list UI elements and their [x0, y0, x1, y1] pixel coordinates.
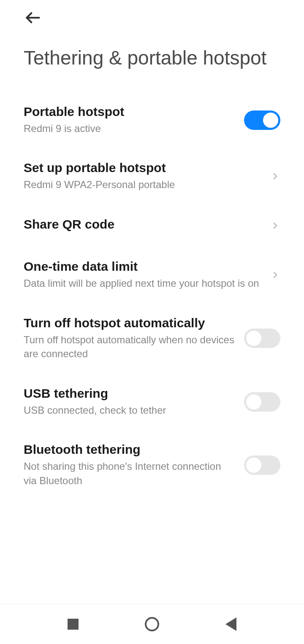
bluetooth-tethering-toggle[interactable]	[244, 455, 280, 475]
page-title: Tethering & portable hotspot	[0, 29, 304, 92]
setting-subtitle: Not sharing this phone's Internet connec…	[24, 459, 236, 488]
portable-hotspot-item[interactable]: Portable hotspot Redmi 9 is active	[24, 92, 280, 148]
setting-text: Portable hotspot Redmi 9 is active	[24, 105, 244, 136]
setting-title: One-time data limit	[24, 259, 262, 274]
home-button[interactable]	[144, 616, 160, 633]
chevron-right-icon	[270, 171, 280, 181]
back-arrow-icon	[24, 8, 42, 27]
square-icon	[68, 619, 79, 630]
setting-text: USB tethering USB connected, check to te…	[24, 386, 244, 418]
setting-text: Bluetooth tethering Not sharing this pho…	[24, 442, 244, 488]
setting-title: Share QR code	[24, 217, 262, 232]
setting-subtitle: USB connected, check to tether	[24, 403, 236, 418]
toggle-knob	[246, 458, 261, 473]
setting-text: Share QR code	[24, 217, 270, 234]
setting-subtitle: Turn off hotspot automatically when no d…	[24, 333, 236, 361]
auto-off-item[interactable]: Turn off hotspot automatically Turn off …	[24, 303, 280, 374]
toggle-knob	[263, 113, 278, 128]
circle-icon	[145, 617, 159, 631]
setting-subtitle: Data limit will be applied next time you…	[24, 276, 262, 291]
setting-title: USB tethering	[24, 386, 236, 401]
chevron-right-icon	[270, 221, 280, 231]
usb-tethering-item[interactable]: USB tethering USB connected, check to te…	[24, 374, 280, 430]
navigation-bar	[0, 604, 304, 644]
settings-list: Portable hotspot Redmi 9 is active Set u…	[0, 92, 304, 501]
setting-title: Turn off hotspot automatically	[24, 316, 236, 330]
triangle-icon	[225, 617, 236, 631]
usb-tethering-toggle[interactable]	[244, 392, 280, 412]
setting-title: Portable hotspot	[24, 105, 236, 119]
toggle-knob	[246, 394, 261, 410]
setting-title: Bluetooth tethering	[24, 442, 236, 457]
bluetooth-tethering-item[interactable]: Bluetooth tethering Not sharing this pho…	[24, 430, 280, 500]
setting-title: Set up portable hotspot	[24, 161, 262, 175]
share-qr-item[interactable]: Share QR code	[24, 205, 280, 247]
back-nav-button[interactable]	[223, 616, 239, 633]
auto-off-toggle[interactable]	[244, 329, 280, 348]
setting-subtitle: Redmi 9 WPA2-Personal portable	[24, 178, 262, 192]
setting-text: Set up portable hotspot Redmi 9 WPA2-Per…	[24, 161, 270, 192]
recent-apps-button[interactable]	[65, 616, 81, 633]
setting-text: Turn off hotspot automatically Turn off …	[24, 316, 244, 361]
chevron-right-icon	[270, 270, 280, 280]
data-limit-item[interactable]: One-time data limit Data limit will be a…	[24, 247, 280, 303]
setup-hotspot-item[interactable]: Set up portable hotspot Redmi 9 WPA2-Per…	[24, 148, 280, 205]
setting-text: One-time data limit Data limit will be a…	[24, 259, 270, 291]
toggle-knob	[246, 331, 261, 346]
setting-subtitle: Redmi 9 is active	[24, 121, 236, 136]
back-button[interactable]	[24, 8, 42, 29]
portable-hotspot-toggle[interactable]	[244, 110, 280, 130]
